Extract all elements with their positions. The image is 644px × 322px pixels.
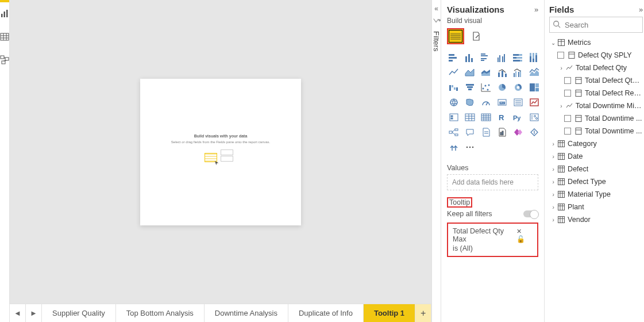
viz-waterfall-icon[interactable] xyxy=(447,81,461,94)
viz-matrix-icon[interactable] xyxy=(479,111,493,124)
viz-map-icon[interactable] xyxy=(447,96,461,109)
viz-stacked-column-icon[interactable] xyxy=(463,51,477,64)
svg-line-115 xyxy=(558,26,561,28)
viz-100-stacked-bar-icon[interactable] xyxy=(511,51,525,64)
viz-powerapps-icon[interactable] xyxy=(511,126,525,139)
viz-area-chart-icon[interactable] xyxy=(463,66,477,79)
keep-filters-toggle[interactable]: On xyxy=(523,210,538,217)
viz-stacked-area-icon[interactable] xyxy=(479,66,493,79)
field-total-downtime-2[interactable]: Total Downtime ... xyxy=(549,125,643,137)
viz-get-more-icon[interactable] xyxy=(447,141,461,154)
tab-prev-button[interactable]: ◄ xyxy=(10,304,26,322)
viz-funnel-icon[interactable] xyxy=(463,81,477,94)
viz-smart-narrative-icon[interactable] xyxy=(479,126,493,139)
svg-line-106 xyxy=(452,132,455,135)
viz-scatter-icon[interactable] xyxy=(479,81,493,94)
viz-gauge-icon[interactable] xyxy=(479,96,493,109)
viz-ribbon-chart-icon[interactable] xyxy=(527,66,541,79)
group-total-downtime-min[interactable]: › Total Downtime Min... xyxy=(549,99,643,112)
field-checkbox[interactable] xyxy=(557,52,564,59)
table-category[interactable]: ›Category xyxy=(549,137,643,150)
tab-downtime[interactable]: Downtime Analysis xyxy=(205,304,288,322)
viz-line-clustered-column-icon[interactable] xyxy=(511,66,525,79)
table-date[interactable]: ›Date xyxy=(549,150,643,163)
format-visual-tab[interactable] xyxy=(468,28,485,44)
remove-field-button[interactable]: ✕ xyxy=(516,228,522,235)
table-material-type[interactable]: ›Material Type xyxy=(549,188,643,201)
viz-r-visual-icon[interactable]: R xyxy=(495,111,509,124)
viz-key-influencers-icon[interactable] xyxy=(527,111,541,124)
viz-power-automate-icon[interactable] xyxy=(527,126,541,139)
viz-clustered-column-icon[interactable] xyxy=(495,51,509,64)
build-visual-tab[interactable] xyxy=(447,28,464,44)
viz-table-icon[interactable] xyxy=(463,111,477,124)
viz-donut-icon[interactable] xyxy=(511,81,525,94)
viz-slicer-icon[interactable] xyxy=(447,111,461,124)
viz-filled-map-icon[interactable] xyxy=(463,96,477,109)
collapse-viz-pane-button[interactable]: » xyxy=(534,5,538,14)
report-view-icon[interactable] xyxy=(0,2,9,25)
table-defect[interactable]: ›Defect xyxy=(549,163,643,175)
viz-multirow-card-icon[interactable] xyxy=(511,96,525,109)
fields-search-input[interactable] xyxy=(549,17,643,33)
svg-rect-155 xyxy=(558,217,565,223)
field-total-defect-qty-1[interactable]: Total Defect Qty ... xyxy=(549,74,643,87)
tab-tooltip-1[interactable]: Tooltip 1 xyxy=(364,304,415,322)
viz-card-icon[interactable]: 123 xyxy=(495,96,509,109)
viz-more-options-icon[interactable] xyxy=(463,141,477,154)
viz-kpi-icon[interactable] xyxy=(527,96,541,109)
viz-python-visual-icon[interactable]: Py xyxy=(511,111,525,124)
svg-rect-29 xyxy=(498,57,499,62)
svg-rect-40 xyxy=(530,53,531,56)
svg-rect-119 xyxy=(569,52,574,59)
visualization-gallery: 123 R Py xyxy=(447,51,538,154)
svg-rect-69 xyxy=(535,83,539,87)
expand-filters-button[interactable]: « xyxy=(434,5,438,13)
viz-decomposition-tree-icon[interactable] xyxy=(447,126,461,139)
svg-rect-102 xyxy=(449,131,452,133)
filters-pane-label[interactable]: Filters xyxy=(432,31,441,51)
tooltip-field-well[interactable]: Total Defect Qty Max ✕ 🔓 is (All) xyxy=(447,223,538,257)
viz-100-stacked-column-icon[interactable] xyxy=(527,51,541,64)
report-page-canvas[interactable]: Build visuals with your data Select or d… xyxy=(140,79,301,225)
model-view-icon[interactable] xyxy=(0,48,9,71)
field-checkbox[interactable] xyxy=(564,77,571,84)
table-defect-type[interactable]: ›Defect Type xyxy=(549,175,643,188)
field-checkbox[interactable] xyxy=(564,90,571,97)
svg-rect-30 xyxy=(499,55,500,62)
field-total-downtime-1[interactable]: Total Downtime ... xyxy=(549,112,643,125)
viz-paginated-icon[interactable] xyxy=(495,126,509,139)
svg-rect-23 xyxy=(468,54,470,62)
table-plant[interactable]: ›Plant xyxy=(549,201,643,213)
svg-point-60 xyxy=(485,85,487,87)
viz-clustered-bar-icon[interactable] xyxy=(479,51,493,64)
viz-line-stacked-column-icon[interactable] xyxy=(495,66,509,79)
values-field-well[interactable]: Add data fields here xyxy=(447,174,538,190)
field-checkbox[interactable] xyxy=(564,128,571,135)
tab-supplier-quality[interactable]: Supplier Quality xyxy=(42,304,116,322)
viz-line-chart-icon[interactable] xyxy=(447,66,461,79)
field-total-defect-rep[interactable]: Total Defect Rep... xyxy=(549,87,643,99)
viz-pie-icon[interactable] xyxy=(495,81,509,94)
svg-rect-2 xyxy=(6,10,8,17)
field-defect-qty-sply[interactable]: Defect Qty SPLY xyxy=(549,49,643,62)
collapse-fields-pane-button[interactable]: » xyxy=(639,5,643,14)
data-view-icon[interactable] xyxy=(0,25,9,48)
svg-rect-110 xyxy=(502,131,503,135)
table-metrics[interactable]: ⌄ Metrics xyxy=(549,36,643,49)
tab-top-bottom[interactable]: Top Bottom Analysis xyxy=(116,304,205,322)
tab-duplicate-info[interactable]: Duplicate of Info xyxy=(288,304,364,322)
viz-treemap-icon[interactable] xyxy=(527,81,541,94)
viz-stacked-bar-icon[interactable] xyxy=(447,51,461,64)
tab-next-button[interactable]: ► xyxy=(26,304,42,322)
viz-qna-icon[interactable] xyxy=(463,126,477,139)
svg-point-61 xyxy=(487,89,489,91)
group-total-defect-qty[interactable]: › Total Defect Qty xyxy=(549,62,643,74)
svg-rect-32 xyxy=(504,54,505,62)
fields-tree: ⌄ Metrics Defect Qty SPLY › Total Defect… xyxy=(549,36,643,226)
svg-line-105 xyxy=(452,129,455,132)
field-checkbox[interactable] xyxy=(564,115,571,122)
add-page-button[interactable]: + xyxy=(415,304,431,322)
left-view-rail xyxy=(0,0,10,322)
table-vendor[interactable]: ›Vendor xyxy=(549,213,643,226)
